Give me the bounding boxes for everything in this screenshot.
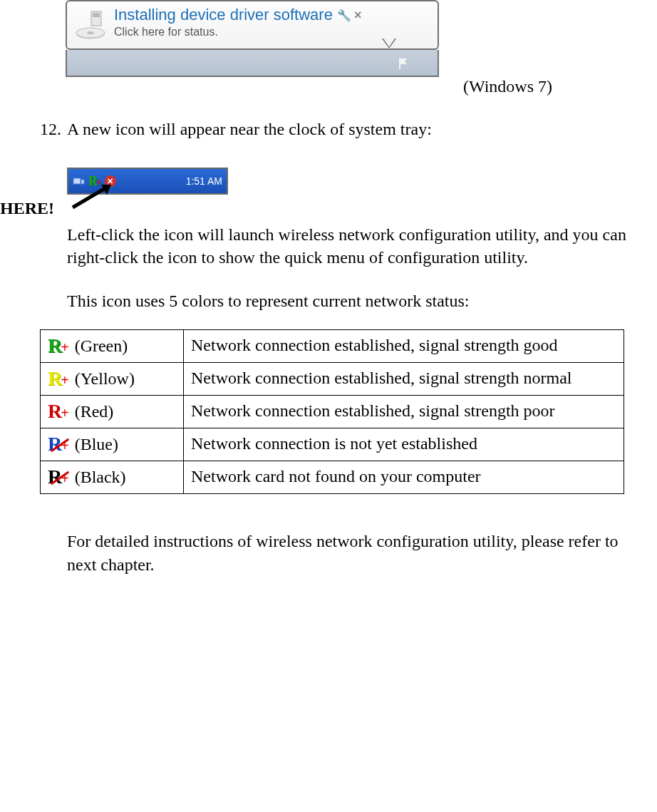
table-row: R+ (Black) Network card not found on you…: [41, 461, 624, 494]
table-row: R+ (Green) Network connection establishe…: [41, 330, 624, 363]
balloon-texts: Installing device driver software 🔧 × Cl…: [114, 6, 432, 38]
status-description: Network connection established, signal s…: [184, 330, 624, 363]
step-text: A new icon will appear near the clock of…: [67, 120, 636, 139]
body-paragraph: Left-click the icon will launch wireless…: [67, 223, 636, 269]
svg-point-2: [87, 31, 94, 34]
footer-paragraph: For detailed instructions of wireless ne…: [67, 530, 636, 576]
balloon-tail: [383, 38, 395, 47]
wrench-icon: 🔧: [337, 9, 351, 22]
status-description: Network connection established, signal s…: [184, 396, 624, 428]
cd-install-icon: [73, 6, 108, 41]
close-icon: ×: [354, 8, 362, 23]
action-center-flag-icon: [398, 56, 409, 75]
step-number: 12.: [40, 120, 67, 139]
here-label: HERE!: [0, 199, 54, 218]
balloon-tooltip: Installing device driver software 🔧 × Cl…: [66, 0, 439, 50]
status-intro: This icon uses 5 colors to represent cur…: [67, 289, 636, 312]
win7-notification-figure: Installing device driver software 🔧 × Cl…: [66, 0, 439, 77]
color-label: (Green): [75, 336, 128, 356]
r-plus-green-icon: R+: [48, 336, 69, 356]
color-label: (Black): [75, 468, 126, 487]
svg-rect-4: [93, 13, 100, 17]
status-color-table: R+ (Green) Network connection establishe…: [40, 329, 624, 494]
r-plus-black-icon: R+: [48, 467, 69, 487]
r-plus-blue-icon: R+: [48, 434, 69, 454]
color-label: (Yellow): [75, 369, 135, 389]
document-page: Installing device driver software 🔧 × Cl…: [0, 0, 657, 605]
table-row: R+ (Blue) Network connection is not yet …: [41, 428, 624, 461]
r-plus-red-icon: R+: [48, 401, 69, 421]
status-description: Network card not found on your computer: [184, 461, 624, 494]
status-description: Network connection established, signal s…: [184, 363, 624, 396]
balloon-title: Installing device driver software: [114, 6, 333, 24]
table-row: R+ (Yellow) Network connection establish…: [41, 363, 624, 396]
os-label: (Windows 7): [463, 77, 552, 96]
color-label: (Blue): [75, 435, 118, 454]
table-row: R+ (Red) Network connection established,…: [41, 396, 624, 428]
here-annotation: HERE!: [0, 199, 657, 220]
step-12: 12. A new icon will appear near the cloc…: [40, 120, 636, 139]
r-plus-yellow-icon: R+: [48, 369, 69, 389]
balloon-subtitle: Click here for status.: [114, 26, 432, 38]
tray-clock: 1:51 AM: [186, 175, 222, 187]
color-label: (Red): [75, 402, 114, 421]
status-description: Network connection is not yet establishe…: [184, 428, 624, 461]
arrow-icon: [66, 183, 115, 216]
win7-taskbar-strip: [66, 50, 439, 77]
svg-line-8: [73, 189, 104, 207]
